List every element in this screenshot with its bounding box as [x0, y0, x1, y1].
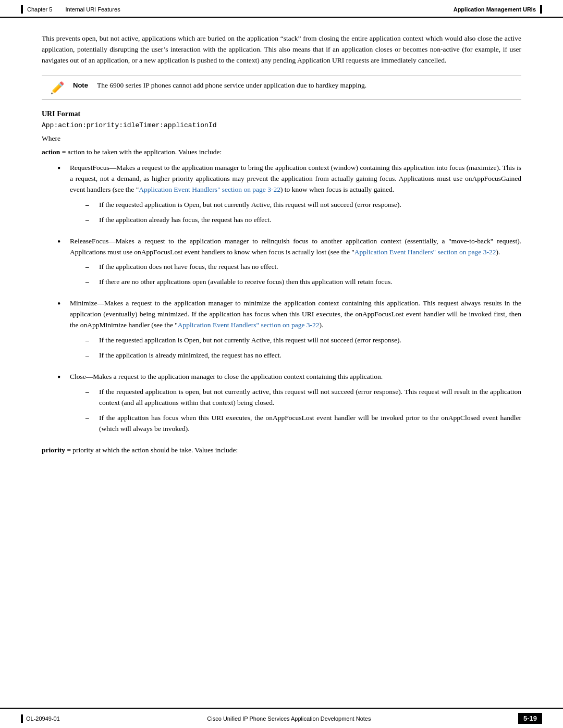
list-item: • Minimize—Makes a request to the applic…: [57, 298, 521, 365]
dash-mark: –: [85, 387, 94, 398]
bullet-text-start: Close—Makes a request to the application…: [70, 373, 383, 380]
dash-item: – If the application already has focus, …: [85, 215, 521, 226]
where-text: Where: [42, 134, 521, 143]
footer-bar-icon: [21, 714, 23, 723]
note-icon-area: ✏️: [42, 80, 73, 95]
dash-content: If the application has focus when this U…: [99, 413, 521, 435]
dash-content: If the application is already minimized,…: [99, 350, 521, 361]
action-text: = action to be taken with the applicatio…: [62, 148, 222, 156]
note-text: The 6900 series IP phones cannot add pho…: [97, 80, 366, 91]
bullet-dot: •: [57, 164, 65, 173]
footer-center: Cisco Unified IP Phone Services Applicat…: [207, 715, 371, 722]
dash-mark: –: [85, 200, 94, 211]
footer-left: OL-20949-01: [21, 714, 60, 723]
note-label: Note: [73, 80, 93, 89]
list-item: • Close—Makes a request to the applicati…: [57, 372, 521, 439]
dash-item: – If the application does not have focus…: [85, 262, 521, 273]
dash-mark: –: [85, 335, 94, 346]
dash-mark: –: [85, 215, 94, 226]
uri-format-code: App:action:priority:idleTimer:applicatio…: [42, 121, 521, 129]
dash-mark: –: [85, 350, 94, 361]
dash-item: – If the requested application is open, …: [85, 387, 521, 409]
list-item: • ReleaseFocus—Makes a request to the ap…: [57, 236, 521, 292]
dash-mark: –: [85, 262, 94, 273]
bullet-dot: •: [57, 237, 65, 246]
dash-content: If the requested application is Open, bu…: [99, 335, 521, 346]
page-header: Chapter 5 Internal URI Features Applicat…: [0, 0, 563, 18]
dash-mark: –: [85, 277, 94, 288]
dash-content: If the requested application is Open, bu…: [99, 200, 521, 211]
bullet-list: • RequestFocus—Makes a request to the ap…: [57, 163, 521, 439]
bullet-dot: •: [57, 373, 65, 382]
header-bar-right-icon: [540, 5, 542, 14]
bullet-content-close: Close—Makes a request to the application…: [70, 372, 521, 439]
dash-item: – If the requested application is Open, …: [85, 200, 521, 211]
page-footer: OL-20949-01 Cisco Unified IP Phone Servi…: [0, 708, 563, 728]
bullet-dot: •: [57, 299, 65, 309]
dash-content: If the requested application is open, bu…: [99, 387, 521, 409]
priority-text: = priority at which the action should be…: [67, 446, 238, 454]
note-section: ✏️ Note The 6900 series IP phones cannot…: [42, 76, 521, 100]
priority-label: priority: [42, 446, 65, 454]
link-app-event-handlers-1[interactable]: Application Event Handlers" section on p…: [139, 186, 280, 193]
footer-center-text: Cisco Unified IP Phone Services Applicat…: [207, 715, 371, 722]
action-label: action: [42, 148, 60, 156]
link-app-event-handlers-2[interactable]: Application Event Handlers" section on p…: [354, 248, 496, 256]
dash-list-4: – If the requested application is open, …: [85, 387, 521, 435]
dash-list-1: – If the requested application is Open, …: [85, 200, 521, 226]
header-right-section: Application Management URIs: [454, 6, 536, 13]
dash-content: If the application does not have focus, …: [99, 262, 521, 273]
dash-list-2: – If the application does not have focus…: [85, 262, 521, 288]
uri-format-heading: URI Format: [42, 110, 521, 118]
note-inner: Note The 6900 series IP phones cannot ad…: [73, 80, 366, 91]
pencil-icon: ✏️: [51, 81, 65, 95]
dash-list-3: – If the requested application is Open, …: [85, 335, 521, 361]
main-content: This prevents open, but not active, appl…: [0, 18, 563, 492]
header-section: Internal URI Features: [65, 6, 120, 13]
list-item: • RequestFocus—Makes a request to the ap…: [57, 163, 521, 230]
dash-mark: –: [85, 413, 94, 424]
footer-right: 5-19: [518, 713, 542, 724]
dash-item: – If the application has focus when this…: [85, 413, 521, 435]
dash-item: – If there are no other applications ope…: [85, 277, 521, 288]
header-bar-icon: [21, 5, 23, 14]
bullet-content-request-focus: RequestFocus—Makes a request to the appl…: [70, 163, 521, 230]
action-line: action = action to be taken with the app…: [42, 147, 521, 157]
bullet-text-end: ).: [496, 248, 500, 256]
footer-doc-number: OL-20949-01: [26, 715, 60, 722]
dash-item: – If the requested application is Open, …: [85, 335, 521, 346]
priority-line: priority = priority at which the action …: [42, 445, 521, 455]
header-chapter: Chapter 5: [27, 6, 52, 13]
bullet-content-minimize: Minimize—Makes a request to the applicat…: [70, 298, 521, 365]
bullet-content-release-focus: ReleaseFocus—Makes a request to the appl…: [70, 236, 521, 292]
bullet-text-end: ).: [320, 321, 324, 329]
page-number: 5-19: [518, 713, 542, 724]
intro-paragraph: This prevents open, but not active, appl…: [42, 33, 521, 66]
header-right: Application Management URIs: [454, 5, 542, 14]
header-left: Chapter 5 Internal URI Features: [21, 5, 120, 14]
dash-item: – If the application is already minimize…: [85, 350, 521, 361]
link-app-event-handlers-3[interactable]: Application Event Handlers" section on p…: [178, 321, 320, 329]
dash-content: If the application already has focus, th…: [99, 215, 521, 226]
bullet-text-end: ) to know when focus is actually gained.: [280, 186, 394, 193]
dash-content: If there are no other applications open …: [99, 277, 521, 288]
